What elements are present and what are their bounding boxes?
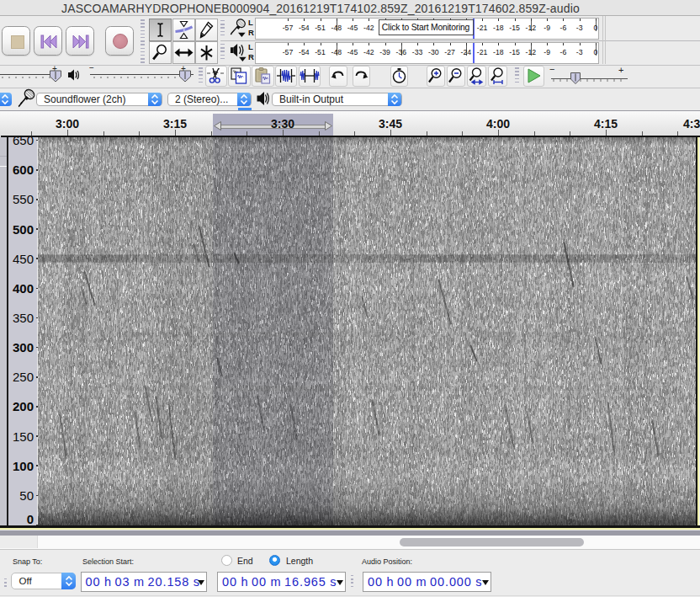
svg-text:+: + xyxy=(618,65,623,75)
svg-text:−: − xyxy=(549,65,554,74)
svg-text:−: − xyxy=(89,65,94,72)
